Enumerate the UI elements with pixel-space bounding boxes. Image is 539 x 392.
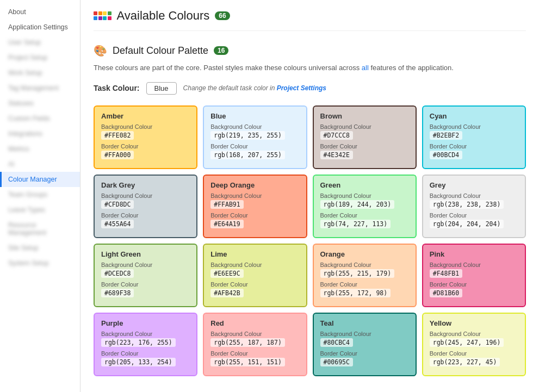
colour-name: Red xyxy=(210,319,299,327)
colour-name: Yellow xyxy=(430,319,518,327)
bg-label: Background Colour xyxy=(101,262,190,268)
bg-label: Background Colour xyxy=(430,123,518,130)
sidebar-item-metrics[interactable]: Metrics xyxy=(0,141,80,157)
sidebar-item-custom-fields[interactable]: Custom Fields xyxy=(0,111,80,126)
bg-value: rgb(245, 247, 196) xyxy=(430,338,504,347)
border-value: rgb(205, 133, 254) xyxy=(101,358,176,366)
colour-card-red[interactable]: Red Background Colour rgb(255, 187, 187)… xyxy=(203,313,307,376)
task-colour-hint: Change the default task color in Project… xyxy=(183,84,326,92)
colour-card-grey[interactable]: Grey Background Colour rgb(238, 238, 238… xyxy=(422,175,526,238)
section-title: Default Colour Palette xyxy=(113,45,208,57)
border-label: Border Colour xyxy=(430,281,518,288)
colour-card-teal[interactable]: Teal Background Colour #80CBC4 Border Co… xyxy=(313,313,417,376)
colour-card-light-green[interactable]: Light Green Background Colour #DCEDC8 Bo… xyxy=(94,244,197,307)
bg-label: Background Colour xyxy=(101,192,190,199)
border-value: rgb(255, 151, 151) xyxy=(210,358,285,366)
bg-value: #FFAB91 xyxy=(210,200,243,209)
sidebar-item-resource-mgmt[interactable]: Resource Management xyxy=(0,217,80,240)
sidebar-item-colour-manager[interactable]: Colour Manager xyxy=(0,172,80,187)
border-label: Border Colour xyxy=(101,281,190,288)
colour-name: Light Green xyxy=(101,250,190,258)
bg-value: #D7CCC8 xyxy=(320,131,353,140)
colour-name: Blue xyxy=(210,112,299,120)
sidebar-item-integrations[interactable]: Integrations xyxy=(0,126,80,141)
bg-label: Background Colour xyxy=(320,262,409,268)
border-value: #FFA000 xyxy=(101,151,134,159)
border-label: Border Colour xyxy=(430,350,518,357)
sidebar-item-ai[interactable]: AI xyxy=(0,157,80,172)
border-value: #D81B60 xyxy=(430,289,462,297)
sidebar-item-system-setup[interactable]: System Setup xyxy=(0,256,80,271)
border-label: Border Colour xyxy=(430,212,518,219)
colour-name: Lime xyxy=(210,250,299,258)
border-label: Border Colour xyxy=(320,350,409,357)
sidebar-item-user-setup[interactable]: User Setup xyxy=(0,35,80,50)
colour-card-lime[interactable]: Lime Background Colour #E6EE9C Border Co… xyxy=(203,244,307,307)
colour-card-dark-grey[interactable]: Dark Grey Background Colour #CFD8DC Bord… xyxy=(94,175,197,238)
sidebar-item-project-setup[interactable]: Project Setup xyxy=(0,50,80,65)
border-value: rgb(255, 172, 98) xyxy=(320,289,391,297)
border-value: rgb(74, 227, 113) xyxy=(320,220,391,228)
border-label: Border Colour xyxy=(210,350,299,357)
sidebar-item-site-setup[interactable]: Site Setup xyxy=(0,240,80,256)
bg-label: Background Colour xyxy=(430,192,518,199)
bg-label: Background Colour xyxy=(210,192,299,199)
bg-label: Background Colour xyxy=(210,123,299,130)
page-title-area: Available Colours 66 xyxy=(94,9,526,31)
bg-value: #80CBC4 xyxy=(320,338,353,347)
colour-card-amber[interactable]: Amber Background Colour #FFE082 Border C… xyxy=(94,105,197,169)
sidebar-item-statuses[interactable]: Statuses xyxy=(0,96,80,111)
colour-grid: Amber Background Colour #FFE082 Border C… xyxy=(94,105,526,376)
border-value: #00BCD4 xyxy=(430,151,462,159)
palette-icon: 🎨 xyxy=(94,44,107,57)
colour-card-blue[interactable]: Blue Background Colour rgb(219, 235, 255… xyxy=(203,105,307,169)
sidebar: About Application Settings User Setup Pr… xyxy=(0,0,80,392)
colour-name: Teal xyxy=(320,319,409,327)
all-link[interactable]: all xyxy=(362,64,369,72)
bg-value: #E6EE9C xyxy=(210,269,243,278)
colour-name: Green xyxy=(320,181,409,189)
section-title-area: 🎨 Default Colour Palette 16 xyxy=(94,44,526,57)
section-badge: 16 xyxy=(214,46,228,55)
colour-card-green[interactable]: Green Background Colour rgb(189, 244, 20… xyxy=(313,175,417,238)
bg-value: #B2EBF2 xyxy=(430,131,462,140)
colour-name: Brown xyxy=(320,112,409,120)
sidebar-item-team-groups[interactable]: Team Groups xyxy=(0,187,80,202)
bg-label: Background Colour xyxy=(101,123,190,130)
sidebar-item-about[interactable]: About xyxy=(0,4,80,20)
border-value: #455A64 xyxy=(101,220,134,228)
border-label: Border Colour xyxy=(320,143,409,150)
border-label: Border Colour xyxy=(210,212,299,219)
bg-label: Background Colour xyxy=(210,331,299,337)
task-colour-button[interactable]: Blue xyxy=(146,82,177,95)
sidebar-item-work-setup[interactable]: Work Setup xyxy=(0,65,80,80)
border-value: #4E342E xyxy=(320,151,353,159)
colour-card-orange[interactable]: Orange Background Colour rgb(255, 215, 1… xyxy=(313,244,417,307)
sidebar-item-leave-types[interactable]: Leave Types xyxy=(0,202,80,217)
colour-card-deep-orange[interactable]: Deep Orange Background Colour #FFAB91 Bo… xyxy=(203,175,307,238)
project-settings-link[interactable]: Project Settings xyxy=(277,84,326,92)
bg-value: rgb(255, 187, 187) xyxy=(210,338,285,347)
border-label: Border Colour xyxy=(320,212,409,219)
border-value: rgb(168, 207, 255) xyxy=(210,151,285,159)
sidebar-item-tag-mgmt[interactable]: Tag Management xyxy=(0,80,80,96)
sidebar-item-app-settings[interactable]: Application Settings xyxy=(0,20,80,35)
bg-label: Background Colour xyxy=(430,262,518,268)
bg-label: Background Colour xyxy=(101,331,190,337)
colour-card-yellow[interactable]: Yellow Background Colour rgb(245, 247, 1… xyxy=(422,313,526,376)
bg-value: rgb(219, 235, 255) xyxy=(210,131,285,140)
colour-card-pink[interactable]: Pink Background Colour #F48FB1 Border Co… xyxy=(422,244,526,307)
border-label: Border Colour xyxy=(101,350,190,357)
colour-card-purple[interactable]: Purple Background Colour rgb(223, 176, 2… xyxy=(94,313,197,376)
section-description: These colours are part of the core. Past… xyxy=(94,63,526,73)
colour-card-cyan[interactable]: Cyan Background Colour #B2EBF2 Border Co… xyxy=(422,105,526,169)
bg-value: #F48FB1 xyxy=(430,269,462,278)
grid-colours-icon xyxy=(94,11,111,20)
colour-name: Deep Orange xyxy=(210,181,299,189)
colour-name: Cyan xyxy=(430,112,518,120)
colour-name: Amber xyxy=(101,112,190,120)
colour-card-brown[interactable]: Brown Background Colour #D7CCC8 Border C… xyxy=(313,105,417,169)
page-title: Available Colours xyxy=(117,9,210,23)
colour-name: Grey xyxy=(430,181,518,189)
bg-label: Background Colour xyxy=(320,331,409,337)
